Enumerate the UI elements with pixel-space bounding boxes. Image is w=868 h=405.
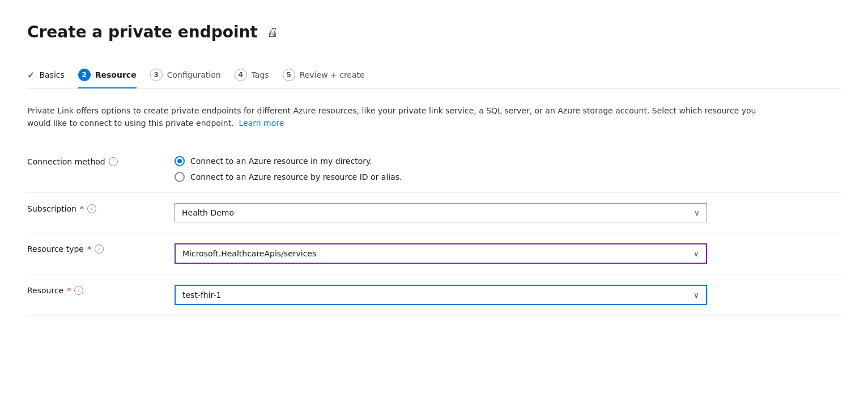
tab-basics[interactable]: ✓ Basics: [27, 63, 78, 87]
radio-circle-directory: [175, 156, 185, 166]
radio-option-directory[interactable]: Connect to an Azure resource in my direc…: [175, 156, 841, 166]
connection-method-info-icon[interactable]: i: [109, 157, 118, 166]
subscription-chevron-icon: ∨: [694, 208, 700, 217]
tab-label-configuration: Configuration: [167, 70, 221, 79]
tab-label-tags: Tags: [252, 70, 269, 79]
resource-value: test-fhir-1: [182, 290, 221, 299]
resource-select[interactable]: test-fhir-1 ∨: [175, 285, 707, 305]
radio-label-directory: Connect to an Azure resource in my direc…: [190, 157, 372, 166]
subscription-label: Subscription: [27, 204, 76, 213]
resource-type-required: *: [87, 244, 91, 254]
subscription-select[interactable]: Health Demo ∨: [175, 203, 707, 222]
tab-badge-tags: 4: [235, 69, 247, 81]
resource-required: *: [67, 286, 71, 295]
description-block: Private Link offers options to create pr…: [27, 104, 764, 130]
tab-badge-resource: 2: [78, 69, 91, 81]
connection-method-label-col: Connection method i: [27, 156, 175, 166]
resource-control-col: test-fhir-1 ∨: [175, 285, 841, 305]
radio-option-resource-id[interactable]: Connect to an Azure resource by resource…: [175, 172, 841, 182]
radio-label-resource-id: Connect to an Azure resource by resource…: [190, 172, 402, 182]
wizard-tabs: ✓ Basics 2 Resource 3 Configuration 4 Ta…: [27, 62, 841, 88]
form-row-connection-method: Connection method i Connect to an Azure …: [27, 146, 841, 193]
subscription-value: Health Demo: [182, 208, 234, 217]
page-title: Create a private endpoint: [27, 23, 258, 41]
resource-type-select[interactable]: Microsoft.HealthcareApis/services ∨: [175, 243, 707, 264]
connection-method-options: Connect to an Azure resource in my direc…: [175, 156, 841, 182]
resource-type-value: Microsoft.HealthcareApis/services: [182, 249, 316, 258]
learn-more-link[interactable]: Learn more: [239, 119, 284, 128]
form-row-resource: Resource * i test-fhir-1 ∨: [27, 275, 841, 316]
radio-circle-resource-id: [175, 172, 185, 182]
resource-type-info-icon[interactable]: i: [95, 244, 104, 254]
resource-type-label: Resource type: [27, 244, 84, 254]
resource-chevron-icon: ∨: [693, 290, 699, 299]
tab-badge-configuration: 3: [150, 69, 163, 81]
tab-configuration[interactable]: 3 Configuration: [150, 62, 235, 88]
tab-tags[interactable]: 4 Tags: [235, 62, 283, 88]
subscription-label-col: Subscription * i: [27, 203, 175, 213]
connection-method-label: Connection method: [27, 157, 105, 166]
description-text: Private Link offers options to create pr…: [27, 106, 756, 128]
form-row-subscription: Subscription * i Health Demo ∨: [27, 193, 841, 233]
resource-type-label-col: Resource type * i: [27, 243, 175, 254]
print-icon[interactable]: 🖨: [267, 26, 278, 39]
page-title-row: Create a private endpoint 🖨: [27, 23, 841, 41]
page-container: Create a private endpoint 🖨 ✓ Basics 2 R…: [0, 0, 868, 405]
resource-type-control-col: Microsoft.HealthcareApis/services ∨: [175, 243, 841, 264]
subscription-required: *: [80, 204, 84, 213]
resource-type-chevron-icon: ∨: [693, 249, 699, 258]
form-row-resource-type: Resource type * i Microsoft.HealthcareAp…: [27, 233, 841, 275]
tab-review-create[interactable]: 5 Review + create: [283, 62, 378, 88]
resource-label: Resource: [27, 286, 63, 295]
tab-label-resource: Resource: [95, 70, 137, 79]
form-section: Connection method i Connect to an Azure …: [27, 146, 841, 316]
subscription-control-col: Health Demo ∨: [175, 203, 841, 222]
resource-label-col: Resource * i: [27, 285, 175, 295]
tab-badge-review: 5: [283, 69, 295, 81]
tab-label-review: Review + create: [300, 70, 365, 79]
tab-check-basics: ✓: [27, 70, 35, 81]
tab-resource[interactable]: 2 Resource: [78, 62, 150, 88]
resource-info-icon[interactable]: i: [74, 286, 83, 295]
tab-label-basics: Basics: [39, 70, 64, 79]
subscription-info-icon[interactable]: i: [87, 204, 96, 213]
